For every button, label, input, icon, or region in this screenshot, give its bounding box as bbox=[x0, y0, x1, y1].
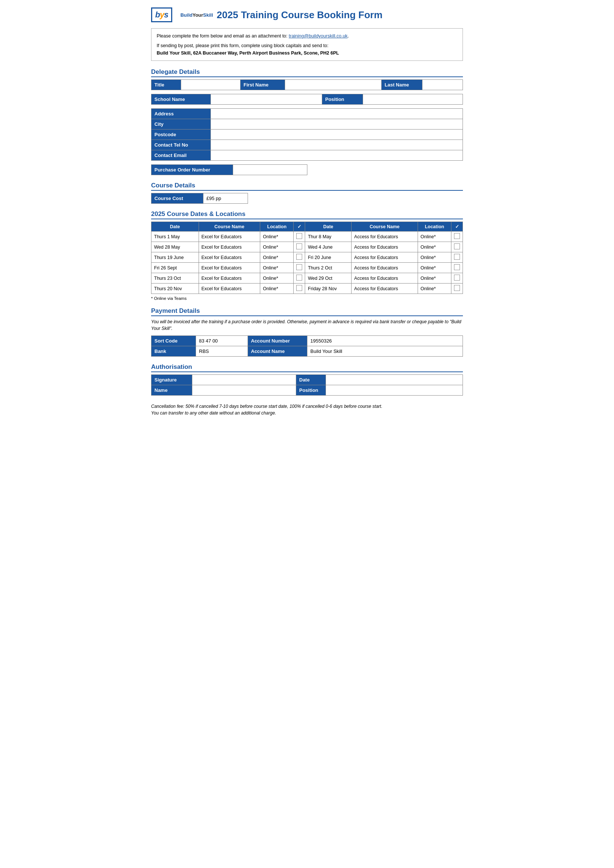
school-name-input[interactable] bbox=[211, 94, 322, 105]
auth-date-label: Date bbox=[296, 375, 326, 385]
position-input[interactable] bbox=[363, 94, 463, 105]
delegate-section-title: Delegate Details bbox=[151, 68, 463, 77]
right-check-cell[interactable] bbox=[451, 273, 463, 284]
payment-note: You will be invoiced after the training … bbox=[151, 318, 463, 332]
auth-position-input[interactable] bbox=[326, 385, 463, 395]
contact-tel-input[interactable] bbox=[211, 140, 463, 150]
auth-section-title: Authorisation bbox=[151, 363, 463, 372]
right-course-cell: Access for Educators bbox=[352, 242, 418, 252]
left-date-cell: Thurs 1 May bbox=[152, 232, 199, 242]
left-date-cell: Wed 28 May bbox=[152, 242, 199, 252]
right-location-cell: Online* bbox=[418, 252, 451, 263]
course-dates-table: Date Course Name Location ✓ Date Course … bbox=[151, 222, 463, 294]
auth-name-input[interactable] bbox=[192, 385, 296, 395]
auth-date-input[interactable] bbox=[326, 375, 463, 385]
last-name-input[interactable] bbox=[422, 80, 463, 90]
payment-table: Sort Code 83 47 00 Account Number 195503… bbox=[151, 335, 463, 356]
right-course-cell: Access for Educators bbox=[352, 232, 418, 242]
right-checkbox[interactable] bbox=[454, 243, 460, 250]
school-name-label: School Name bbox=[152, 94, 211, 105]
auth-name-label: Name bbox=[152, 385, 192, 395]
left-check-cell[interactable] bbox=[294, 284, 305, 294]
logo-bys: bys bbox=[155, 10, 168, 20]
left-check-cell[interactable] bbox=[294, 232, 305, 242]
right-check-header: ✓ bbox=[451, 222, 463, 232]
account-name-label: Account Name bbox=[248, 346, 307, 356]
po-label: Purchase Order Number bbox=[152, 165, 233, 175]
right-checkbox[interactable] bbox=[454, 285, 460, 291]
intro-box: Please complete the form below and email… bbox=[151, 28, 463, 61]
left-checkbox[interactable] bbox=[296, 254, 302, 260]
right-course-header: Course Name bbox=[352, 222, 418, 232]
address-table: Address City Postcode Contact Tel No Con… bbox=[151, 108, 463, 161]
last-name-label: Last Name bbox=[381, 80, 422, 90]
left-check-cell[interactable] bbox=[294, 263, 305, 273]
left-location-cell: Online* bbox=[260, 242, 294, 252]
right-course-cell: Access for Educators bbox=[352, 284, 418, 294]
intro-address: Build Your Skill, 62A Buccaneer Way, Per… bbox=[157, 50, 339, 56]
signature-input[interactable] bbox=[192, 375, 296, 385]
right-check-cell[interactable] bbox=[451, 284, 463, 294]
contact-email-input[interactable] bbox=[211, 150, 463, 161]
left-course-cell: Excel for Educators bbox=[198, 252, 260, 263]
course-cost-label: Course Cost bbox=[152, 193, 203, 204]
email-link[interactable]: training@buildyourskill.co.uk bbox=[289, 33, 348, 39]
payment-section-title: Payment Details bbox=[151, 307, 463, 316]
page-title: 2025 Training Course Booking Form bbox=[217, 9, 382, 21]
contact-email-label: Contact Email bbox=[152, 150, 211, 161]
sort-code-label: Sort Code bbox=[152, 336, 196, 346]
page-header: bys BuildYourSkill 2025 Training Course … bbox=[151, 8, 463, 22]
left-checkbox[interactable] bbox=[296, 243, 302, 250]
title-input[interactable] bbox=[181, 80, 240, 90]
right-location-cell: Online* bbox=[418, 273, 451, 284]
right-date-cell: Fri 20 June bbox=[305, 252, 352, 263]
right-checkbox[interactable] bbox=[454, 264, 460, 270]
po-input[interactable] bbox=[233, 165, 307, 175]
account-number-label: Account Number bbox=[248, 336, 307, 346]
left-course-cell: Excel for Educators bbox=[198, 242, 260, 252]
first-name-input[interactable] bbox=[285, 80, 381, 90]
left-location-cell: Online* bbox=[260, 252, 294, 263]
right-check-cell[interactable] bbox=[451, 263, 463, 273]
left-checkbox[interactable] bbox=[296, 274, 302, 281]
right-date-cell: Wed 29 Oct bbox=[305, 273, 352, 284]
left-location-cell: Online* bbox=[260, 284, 294, 294]
right-check-cell[interactable] bbox=[451, 232, 463, 242]
left-checkbox[interactable] bbox=[296, 264, 302, 270]
brand-build: Build bbox=[180, 12, 193, 18]
right-date-cell: Wed 4 June bbox=[305, 242, 352, 252]
left-check-cell[interactable] bbox=[294, 273, 305, 284]
left-location-cell: Online* bbox=[260, 232, 294, 242]
left-check-cell[interactable] bbox=[294, 252, 305, 263]
brand-name: BuildYourSkill bbox=[180, 12, 213, 18]
right-checkbox[interactable] bbox=[454, 254, 460, 260]
footnote: Cancellation fee: 50% if cancelled 7-10 … bbox=[151, 403, 463, 416]
footnote-line2: You can transfer to any other date witho… bbox=[151, 410, 463, 416]
left-location-cell: Online* bbox=[260, 263, 294, 273]
course-section-title: Course Details bbox=[151, 182, 463, 191]
right-checkbox[interactable] bbox=[454, 233, 460, 239]
table-row: Thurs 23 Oct Excel for Educators Online*… bbox=[152, 273, 463, 284]
postcode-input[interactable] bbox=[211, 130, 463, 140]
position-label: Position bbox=[322, 94, 363, 105]
right-date-cell: Thur 8 May bbox=[305, 232, 352, 242]
auth-table: Signature Date Name Position bbox=[151, 374, 463, 395]
left-check-cell[interactable] bbox=[294, 242, 305, 252]
brand-skill: Skill bbox=[203, 12, 213, 18]
course-cost-value: £95 pp bbox=[203, 193, 248, 204]
right-course-cell: Access for Educators bbox=[352, 263, 418, 273]
address-input[interactable] bbox=[211, 109, 463, 119]
right-check-cell[interactable] bbox=[451, 252, 463, 263]
title-label: Title bbox=[152, 80, 181, 90]
right-checkbox[interactable] bbox=[454, 274, 460, 281]
left-course-cell: Excel for Educators bbox=[198, 232, 260, 242]
left-course-header: Course Name bbox=[198, 222, 260, 232]
course-dates-section-title: 2025 Course Dates & Locations bbox=[151, 211, 463, 219]
left-checkbox[interactable] bbox=[296, 233, 302, 239]
account-number-value: 19550326 bbox=[307, 336, 463, 346]
city-input[interactable] bbox=[211, 119, 463, 130]
right-check-cell[interactable] bbox=[451, 242, 463, 252]
left-checkbox[interactable] bbox=[296, 285, 302, 291]
footnote-line1: Cancellation fee: 50% if cancelled 7-10 … bbox=[151, 403, 463, 410]
table-row: Thurs 19 June Excel for Educators Online… bbox=[152, 252, 463, 263]
